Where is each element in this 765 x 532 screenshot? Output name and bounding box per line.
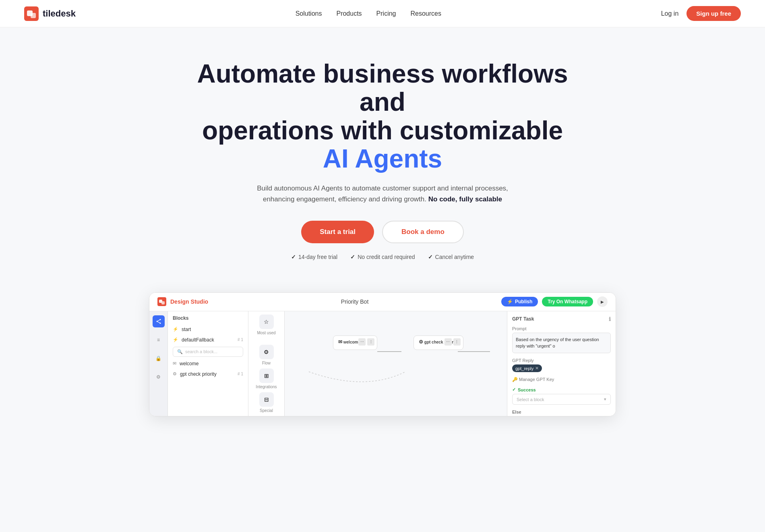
hero-subtitle: Build autonomous AI Agents to automate c…: [242, 183, 523, 205]
publish-label: Publish: [515, 299, 532, 304]
nav-pricing[interactable]: Pricing: [376, 10, 396, 17]
nav-solutions[interactable]: Solutions: [296, 10, 322, 17]
nav-resources[interactable]: Resources: [411, 10, 441, 17]
canvas-connectors: [285, 311, 507, 416]
navbar-links: Solutions Products Pricing Resources: [296, 10, 441, 17]
app-body: ≡ 🔒 ⚙ Blocks ⚡ start ⚡ defaultFallback #…: [149, 311, 616, 416]
sidebar-filter-icon[interactable]: ≡: [153, 334, 165, 346]
hero-section: Automate business workflows and operatio…: [181, 27, 584, 276]
block-start-icon: ⚡: [173, 327, 178, 332]
node-gpt-actions: ⋯ ⋮: [445, 338, 461, 346]
success-select-chevron: ▾: [604, 397, 606, 402]
prompt-textarea[interactable]: Based on the urgency of the user questio…: [512, 333, 611, 353]
node-action-2[interactable]: ⋮: [367, 338, 374, 346]
gpt-reply-label: GPT Reply: [512, 358, 611, 363]
block-item-fallback[interactable]: ⚡ defaultFallback # 1: [168, 335, 248, 345]
integrations-label: Integrations: [256, 385, 277, 389]
canvas-node-gpt[interactable]: ⋯ ⋮ ⚙ gpt check priority: [414, 335, 463, 350]
node-welcome-actions: ⋯ ⋮: [358, 338, 374, 346]
book-demo-button[interactable]: Book a demo: [382, 221, 464, 243]
publish-button[interactable]: ⚡ Publish: [501, 297, 538, 306]
block-item-welcome[interactable]: ✉ welcome: [168, 358, 248, 369]
integrations-icon: ⊞: [259, 368, 274, 383]
sidebar-icons: ≡ 🔒 ⚙: [149, 311, 168, 416]
hero-title-accent: AI Agents: [189, 145, 576, 173]
block-item-gpt[interactable]: ⚙ gpt check priority # 1: [168, 369, 248, 379]
block-fallback-icon: ⚡: [173, 337, 178, 342]
publish-icon: ⚡: [507, 299, 513, 304]
sidebar-share-icon[interactable]: [153, 315, 165, 327]
hero-subtitle-bold: No code, fully scalable: [428, 195, 502, 203]
success-block-select[interactable]: Select a block ▾: [512, 394, 611, 405]
node-gpt-action-1[interactable]: ⋯: [445, 338, 452, 346]
success-icon: ✓: [512, 387, 516, 392]
panel-prompt-section: Prompt Based on the urgency of the user …: [512, 326, 611, 353]
flow-icon: ⚙: [259, 345, 274, 359]
block-welcome-label: welcome: [180, 361, 198, 366]
search-icon: 🔍: [177, 349, 183, 354]
block-item-start[interactable]: ⚡ start: [168, 324, 248, 335]
quick-block-integrations[interactable]: ⊞ Integrations: [252, 368, 281, 389]
gpt-reply-close-icon[interactable]: ✕: [535, 366, 539, 371]
special-label: Special: [260, 408, 273, 413]
right-panel: GPT Task ℹ Prompt Based on the urgency o…: [507, 311, 616, 416]
check-icon-3: ✓: [428, 254, 433, 260]
block-gpt-icon: ⚙: [173, 371, 177, 377]
canvas-node-welcome[interactable]: ⋯ ⋮ ✉ welcome: [333, 335, 377, 350]
screenshot-container: Design Studio Priority Bot ⚡ Publish Try…: [149, 292, 616, 416]
manage-key-label: 🔑 Manage GPT Key: [512, 377, 611, 382]
check-icon-1: ✓: [291, 254, 296, 260]
prompt-text: Based on the urgency of the user questio…: [516, 337, 599, 349]
svg-rect-2: [31, 13, 36, 18]
quick-block-most-used[interactable]: ☆ Most used: [252, 315, 281, 335]
panel-info-icon: ℹ: [609, 316, 611, 322]
sidebar-lock-icon[interactable]: 🔒: [153, 352, 165, 364]
logo-icon: [24, 6, 39, 21]
hero-title-line2: operations with customizable: [202, 116, 563, 145]
panel-manage-key-section: 🔑 Manage GPT Key: [512, 377, 611, 382]
play-button[interactable]: ▶: [597, 296, 608, 307]
app-header-right: ⚡ Publish Try On Whatsapp ▶: [501, 296, 608, 307]
app-header-left: Design Studio: [157, 297, 208, 306]
screenshot-section: Design Studio Priority Bot ⚡ Publish Try…: [141, 292, 624, 416]
hero-trust: ✓ 14-day free trial ✓ No credit card req…: [189, 254, 576, 260]
most-used-icon: ☆: [259, 315, 274, 329]
hero-title-line1: Automate business workflows and: [197, 59, 568, 116]
prompt-label: Prompt: [512, 326, 611, 331]
sidebar-settings-icon[interactable]: ⚙: [153, 371, 165, 383]
panel-gpt-reply-section: GPT Reply gpt_reply ✕: [512, 358, 611, 373]
trust-label-3: Cancel anytime: [435, 254, 474, 260]
block-gpt-tag: # 1: [238, 372, 243, 376]
node-gpt-action-2[interactable]: ⋮: [453, 338, 461, 346]
app-logo-mini: [157, 297, 166, 306]
svg-line-10: [157, 321, 160, 323]
nav-products[interactable]: Products: [336, 10, 362, 17]
start-trial-button[interactable]: Start a trial: [301, 221, 374, 243]
canvas-area[interactable]: ⋯ ⋮ ✉ welcome ⋯ ⋮ ⚙ gp: [285, 311, 507, 416]
block-fallback-label: defaultFallback: [182, 337, 214, 343]
block-start-label: start: [182, 327, 191, 332]
login-link[interactable]: Log in: [661, 10, 679, 17]
app-title: Design Studio: [170, 298, 208, 305]
trust-label-1: 14-day free trial: [298, 254, 337, 260]
logo-link[interactable]: tiledesk: [24, 6, 76, 21]
success-indicator: ✓ Success: [512, 387, 611, 392]
block-fallback-tag: # 1: [238, 337, 243, 342]
gpt-reply-tag-text: gpt_reply: [515, 366, 533, 371]
quick-blocks-panel: ☆ Most used ⚙ Flow ⊞ Integrations ⊟ Spec…: [248, 311, 285, 416]
whatsapp-button[interactable]: Try On Whatsapp: [542, 297, 593, 306]
quick-block-special[interactable]: ⊟ Special: [252, 392, 281, 413]
navbar-actions: Log in Sign up free: [661, 6, 741, 21]
node-welcome-label: welcome: [343, 340, 360, 344]
block-search-box[interactable]: 🔍 search a block...: [173, 347, 243, 357]
whatsapp-label: Try On Whatsapp: [548, 299, 587, 304]
hero-title: Automate business workflows and operatio…: [189, 60, 576, 173]
special-icon: ⊟: [259, 392, 274, 407]
signup-button[interactable]: Sign up free: [686, 6, 741, 21]
quick-block-flow[interactable]: ⚙ Flow: [252, 345, 281, 365]
search-placeholder: search a block...: [185, 349, 217, 354]
logo-text: tiledesk: [43, 8, 76, 19]
svg-rect-5: [161, 301, 165, 304]
node-action-1[interactable]: ⋯: [358, 338, 366, 346]
key-icon: 🔑: [512, 377, 518, 382]
